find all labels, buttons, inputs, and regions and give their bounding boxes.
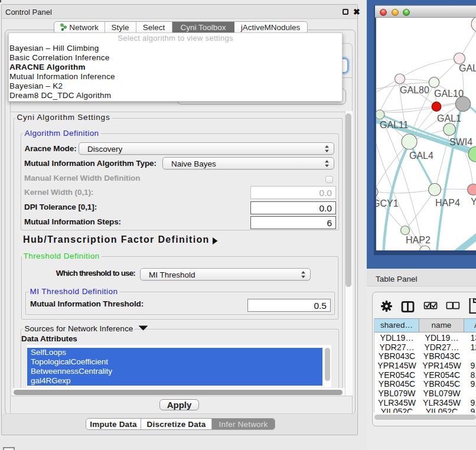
svg-text:GAL1: GAL1 (437, 113, 461, 123)
svg-text:HAP4: HAP4 (435, 198, 460, 208)
svg-text:GAL10: GAL10 (434, 89, 464, 99)
svg-text:GAL11: GAL11 (380, 120, 409, 130)
svg-text:GCY1: GCY1 (374, 198, 399, 208)
svg-text:GAL80: GAL80 (400, 85, 429, 95)
svg-text:SWI4: SWI4 (449, 137, 472, 147)
svg-text:Y: Y (471, 197, 476, 207)
svg-text:GAL2: GAL2 (459, 63, 476, 73)
svg-text:GAL4: GAL4 (409, 151, 433, 161)
svg-text:HAP2: HAP2 (406, 235, 431, 245)
